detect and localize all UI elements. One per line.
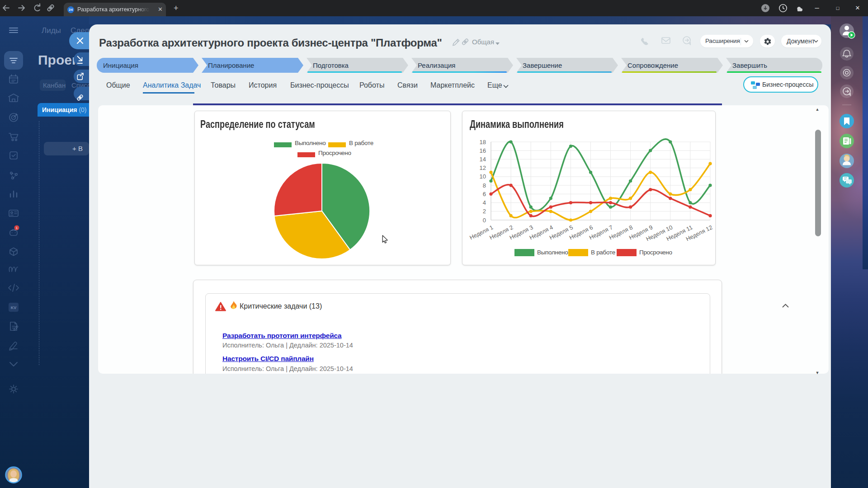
- svg-text:18: 18: [480, 139, 486, 145]
- svg-text:10: 10: [480, 173, 486, 180]
- svg-text:16: 16: [480, 147, 486, 154]
- svg-text:14: 14: [480, 156, 486, 163]
- svg-text:6: 6: [483, 191, 486, 197]
- svg-text:1: 1: [16, 226, 18, 230]
- svg-text:2: 2: [483, 208, 486, 215]
- svg-text:8: 8: [483, 182, 486, 189]
- svg-text:0: 0: [483, 217, 486, 224]
- svg-text:12: 12: [480, 164, 486, 171]
- svg-text:KV: KV: [11, 305, 17, 310]
- svg-text:4: 4: [483, 199, 486, 206]
